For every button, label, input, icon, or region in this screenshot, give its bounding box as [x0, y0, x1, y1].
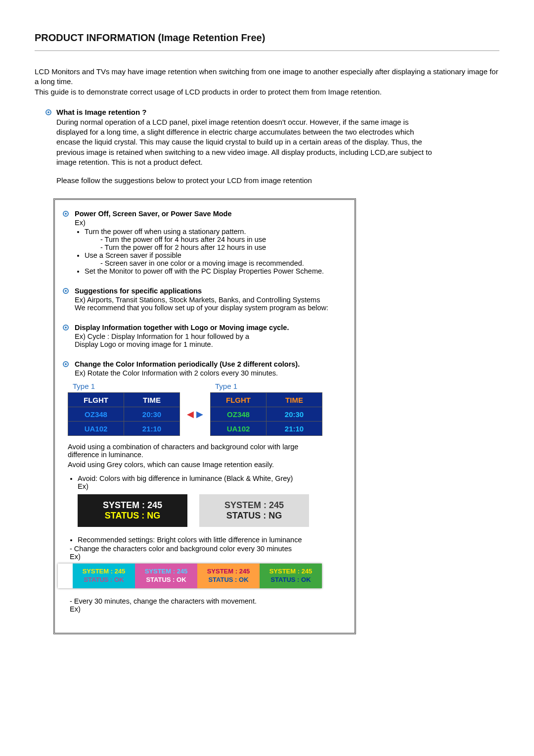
- text: - Screen saver in one color or a moving …: [100, 259, 346, 267]
- th-flight: FLGHT: [68, 393, 124, 407]
- intro-line-1: LCD Monitors and TVs may have image rete…: [35, 67, 498, 86]
- arrows-icon: ◀ ▶: [187, 409, 203, 420]
- text: SYSTEM : 245: [83, 567, 126, 575]
- td: UA102: [211, 422, 267, 436]
- section-heading: Display Information together with Logo o…: [75, 324, 346, 331]
- intro-line-2: This guide is to demonstrate correct usa…: [35, 88, 382, 96]
- svg-point-5: [65, 290, 67, 292]
- intro-text: LCD Monitors and TVs may have image rete…: [35, 67, 499, 97]
- section-power-off: Power Off, Screen Saver, or Power Save M…: [58, 210, 346, 275]
- td: 20:30: [124, 407, 180, 422]
- divider: [35, 50, 499, 51]
- section-heading: Suggestions for specific applications: [75, 287, 346, 295]
- bullet-icon: [63, 288, 69, 294]
- text: Display Logo or moving image for 1 minut…: [75, 340, 346, 348]
- type-label: Type 1: [210, 382, 322, 392]
- text: SYSTEM : 245: [269, 567, 312, 575]
- text: SYSTEM : 245: [81, 500, 184, 511]
- text: - Change the characters color and backgr…: [70, 545, 346, 553]
- section-heading: Change the Color Information periodicall…: [75, 360, 346, 368]
- th-time: TIME: [267, 393, 322, 407]
- text: STATUS : NG: [202, 511, 306, 521]
- color-panel: SYSTEM : 245STATUS : OK: [197, 564, 260, 588]
- text: STATUS : OK: [137, 576, 195, 584]
- example-label: Ex): [78, 482, 89, 490]
- note-text: Avoid using Grey colors, which can cause…: [58, 461, 325, 469]
- th-time: TIME: [124, 393, 180, 407]
- text: Ex) Airports, Transit Stations, Stock Ma…: [75, 296, 346, 304]
- text: Recommended settings: Bright colors with…: [78, 536, 302, 544]
- bullet-icon: [45, 109, 51, 115]
- list-item: Recommended settings: Bright colors with…: [78, 536, 346, 544]
- svg-point-3: [65, 213, 67, 215]
- section-heading: What is Image retention ?: [56, 108, 499, 116]
- follow-text: Please follow the suggestions below to p…: [35, 176, 499, 185]
- flight-table-right: FLGHTTIME OZ34820:30 UA10221:10: [210, 392, 322, 436]
- flight-table-left: FLGHTTIME OZ34820:30 UA10221:10: [68, 392, 180, 436]
- text: - Turn the power off for 4 hours after 2…: [100, 236, 346, 243]
- bullet-icon: [63, 361, 69, 367]
- td: OZ348: [211, 407, 267, 422]
- section-specific-apps: Suggestions for specific applications Ex…: [58, 287, 346, 312]
- bullet-icon: [63, 325, 69, 331]
- color-panel: SYSTEM : 245STATUS : OK: [135, 564, 197, 588]
- svg-point-1: [47, 111, 49, 113]
- td: OZ348: [68, 407, 124, 422]
- text: - Every 30 minutes, change the character…: [70, 597, 346, 605]
- list-item: Avoid: Colors with big difference in lum…: [78, 474, 346, 490]
- td: 21:10: [267, 422, 322, 436]
- list-item: Use a Screen saver if possible - Screen …: [85, 251, 346, 267]
- text: Turn the power off when using a stationa…: [85, 228, 246, 236]
- system-panel-dark: SYSTEM : 245 STATUS : NG: [78, 494, 187, 527]
- text: SYSTEM : 245: [202, 500, 306, 511]
- section-heading: Power Off, Screen Saver, or Power Save M…: [75, 210, 346, 218]
- th-flight: FLGHT: [211, 393, 267, 407]
- type-label: Type 1: [68, 382, 180, 392]
- text: STATUS : NG: [81, 511, 184, 521]
- bullet-icon: [63, 211, 69, 217]
- text: STATUS : OK: [75, 576, 133, 584]
- example-label: Ex): [70, 553, 346, 561]
- text: Ex) Rotate the Color Information with 2 …: [75, 369, 346, 377]
- text: SYSTEM : 245: [207, 567, 250, 575]
- color-panel: SYSTEM : 245STATUS : OK: [260, 564, 322, 588]
- text: Ex) Cycle : Display Information for 1 ho…: [75, 332, 346, 340]
- color-panel: SYSTEM : 245STATUS : OK: [73, 564, 135, 588]
- flight-example: Type 1 FLGHTTIME OZ34820:30 UA10221:10 ◀…: [58, 382, 346, 436]
- td: 20:30: [267, 407, 322, 422]
- text: Use a Screen saver if possible: [85, 251, 181, 259]
- text: - Turn the power off for 2 hours after 1…: [100, 243, 346, 251]
- suggestions-box: Power Off, Screen Saver, or Power Save M…: [53, 198, 356, 634]
- note-text: Avoid using a combination of characters …: [58, 443, 325, 459]
- text: STATUS : OK: [199, 576, 258, 584]
- text: Avoid: Colors with big difference in lum…: [78, 474, 293, 482]
- section-logo-cycle: Display Information together with Logo o…: [58, 324, 346, 348]
- td: 21:10: [124, 422, 180, 436]
- system-panels-recommended: SYSTEM : 245STATUS : OK SYSTEM : 245STAT…: [58, 564, 322, 588]
- section-what-is: What is Image retention ? During normal …: [35, 108, 499, 167]
- page-title: PRODUCT INFORMATION (Image Retention Fre…: [35, 32, 499, 44]
- list-item: Turn the power off when using a stationa…: [85, 228, 346, 251]
- list-item: Set the Monitor to power off with the PC…: [85, 267, 346, 275]
- example-label: Ex): [70, 605, 346, 613]
- text: SYSTEM : 245: [145, 567, 188, 575]
- svg-point-7: [65, 327, 67, 329]
- section-color-change: Change the Color Information periodicall…: [58, 360, 346, 377]
- system-panel-light: SYSTEM : 245 STATUS : NG: [199, 494, 309, 527]
- td: UA102: [68, 422, 124, 436]
- text: STATUS : OK: [262, 576, 320, 584]
- section-body: During normal operation of a LCD panel, …: [56, 117, 432, 167]
- example-label: Ex): [75, 219, 346, 227]
- text: We recommend that you follow set up of y…: [75, 304, 346, 312]
- system-panels-avoid: SYSTEM : 245 STATUS : NG SYSTEM : 245 ST…: [58, 494, 346, 527]
- svg-point-9: [65, 363, 67, 365]
